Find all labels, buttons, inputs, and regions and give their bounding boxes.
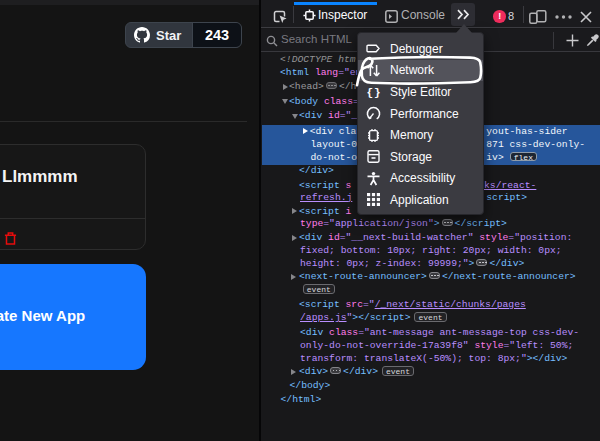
svg-text:}: } <box>374 87 381 99</box>
svg-text:{: { <box>367 87 374 99</box>
